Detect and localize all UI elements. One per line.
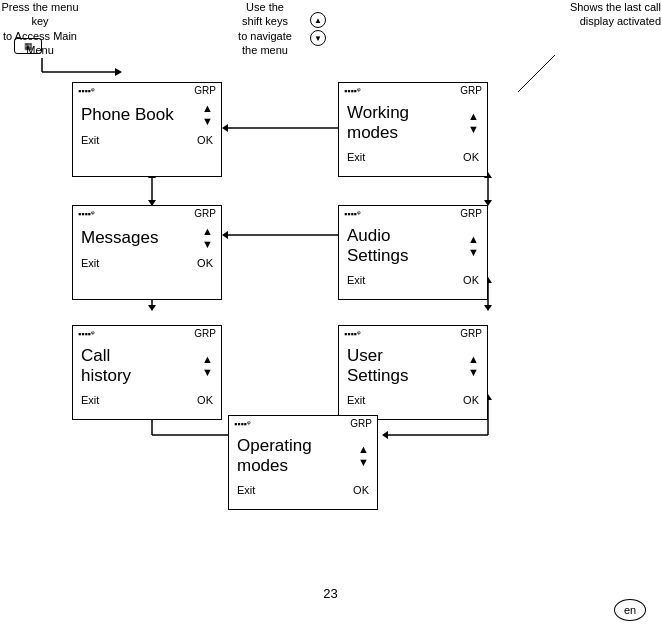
ch-up-arrow: ▲ xyxy=(202,354,213,365)
pb-ok: OK xyxy=(197,134,213,146)
call-history-label: Call history xyxy=(81,346,131,387)
ch-grp: GRP xyxy=(194,328,216,339)
messages-box: ▪▪▪▪ᵠ GRP Messages ▲ ▼ Exit OK xyxy=(72,205,222,300)
om-down-arrow: ▼ xyxy=(358,457,369,468)
operating-modes-label: Operating modes xyxy=(237,436,312,477)
working-modes-label: Working modes xyxy=(347,103,409,144)
shows-last-text: Shows the last calldisplay activated xyxy=(570,1,661,27)
om-exit: Exit xyxy=(237,484,255,496)
shows-last-annotation: Shows the last calldisplay activated xyxy=(551,0,661,29)
pb-down-arrow: ▼ xyxy=(202,116,213,127)
msg-up-arrow: ▲ xyxy=(202,226,213,237)
phone-book-box: ▪▪▪▪ᵠ GRP Phone Book ▲ ▼ Exit OK xyxy=(72,82,222,177)
wm-exit: Exit xyxy=(347,151,365,163)
operating-modes-box: ▪▪▪▪ᵠ GRP Operating modes ▲ ▼ Exit OK xyxy=(228,415,378,510)
phone-book-label: Phone Book xyxy=(81,105,174,125)
svg-marker-15 xyxy=(484,305,492,311)
pb-signal: ▪▪▪▪ᵠ xyxy=(78,86,95,96)
us-nav-arrows: ▲ ▼ xyxy=(468,354,479,378)
us-signal: ▪▪▪▪ᵠ xyxy=(344,329,361,339)
as-ok: OK xyxy=(463,274,479,286)
pb-grp: GRP xyxy=(194,85,216,96)
msg-nav-arrows: ▲ ▼ xyxy=(202,226,213,250)
wm-up-arrow: ▲ xyxy=(468,111,479,122)
om-up-arrow: ▲ xyxy=(358,444,369,455)
us-ok: OK xyxy=(463,394,479,406)
audio-settings-box: ▪▪▪▪ᵠ GRP Audio Settings ▲ ▼ Exit OK xyxy=(338,205,488,300)
call-history-box: ▪▪▪▪ᵠ GRP Call history ▲ ▼ Exit OK xyxy=(72,325,222,420)
as-up-arrow: ▲ xyxy=(468,234,479,245)
msg-signal: ▪▪▪▪ᵠ xyxy=(78,209,95,219)
svg-marker-2 xyxy=(115,68,122,76)
msg-down-arrow: ▼ xyxy=(202,239,213,250)
om-nav-arrows: ▲ ▼ xyxy=(358,444,369,468)
ch-ok: OK xyxy=(197,394,213,406)
msg-grp: GRP xyxy=(194,208,216,219)
user-settings-label: User Settings xyxy=(347,346,408,387)
msg-ok: OK xyxy=(197,257,213,269)
page-number: 23 xyxy=(0,586,661,601)
wm-down-arrow: ▼ xyxy=(468,124,479,135)
wm-ok: OK xyxy=(463,151,479,163)
om-grp: GRP xyxy=(350,418,372,429)
as-signal: ▪▪▪▪ᵠ xyxy=(344,209,361,219)
svg-marker-17 xyxy=(222,124,228,132)
svg-marker-20 xyxy=(222,231,228,239)
as-grp: GRP xyxy=(460,208,482,219)
user-settings-box: ▪▪▪▪ᵠ GRP User Settings ▲ ▼ Exit OK xyxy=(338,325,488,420)
lang-label: en xyxy=(624,604,636,616)
working-modes-box: ▪▪▪▪ᵠ GRP Working modes ▲ ▼ Exit OK xyxy=(338,82,488,177)
wm-grp: GRP xyxy=(460,85,482,96)
as-nav-arrows: ▲ ▼ xyxy=(468,234,479,258)
wm-nav-arrows: ▲ ▼ xyxy=(468,111,479,135)
svg-marker-29 xyxy=(382,431,388,439)
ch-down-arrow: ▼ xyxy=(202,367,213,378)
menu-key-icon: ▦ xyxy=(14,38,42,54)
up-shift-icon: ▲ xyxy=(310,12,326,28)
ch-signal: ▪▪▪▪ᵠ xyxy=(78,329,95,339)
om-signal: ▪▪▪▪ᵠ xyxy=(234,419,251,429)
pb-exit: Exit xyxy=(81,134,99,146)
wm-signal: ▪▪▪▪ᵠ xyxy=(344,86,361,96)
us-exit: Exit xyxy=(347,394,365,406)
ch-exit: Exit xyxy=(81,394,99,406)
as-down-arrow: ▼ xyxy=(468,247,479,258)
us-grp: GRP xyxy=(460,328,482,339)
messages-label: Messages xyxy=(81,228,158,248)
pb-up-arrow: ▲ xyxy=(202,103,213,114)
us-down-arrow: ▼ xyxy=(468,367,479,378)
use-shift-text: Use theshift keysto navigatethe menu xyxy=(238,1,292,56)
msg-exit: Exit xyxy=(81,257,99,269)
shift-key-icons: ▲ ▼ xyxy=(310,12,326,46)
om-ok: OK xyxy=(353,484,369,496)
as-exit: Exit xyxy=(347,274,365,286)
down-shift-icon: ▼ xyxy=(310,30,326,46)
svg-marker-9 xyxy=(148,305,156,311)
us-up-arrow: ▲ xyxy=(468,354,479,365)
use-shift-annotation: Use theshift keysto navigatethe menu xyxy=(220,0,310,57)
ch-nav-arrows: ▲ ▼ xyxy=(202,354,213,378)
svg-line-3 xyxy=(518,55,555,92)
pb-nav-arrows: ▲ ▼ xyxy=(202,103,213,127)
audio-settings-label: Audio Settings xyxy=(347,226,408,267)
language-badge: en xyxy=(614,599,646,621)
